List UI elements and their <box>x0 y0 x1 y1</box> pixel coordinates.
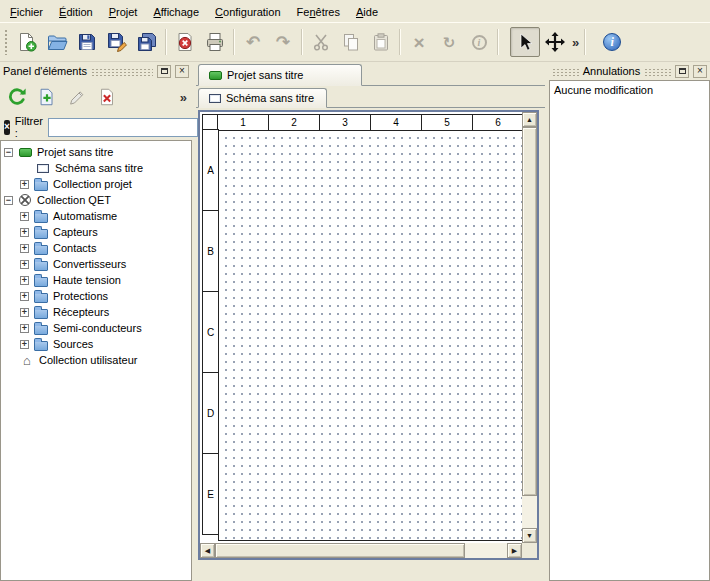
tree-item-protections[interactable]: + Protections <box>1 288 191 304</box>
save-all-button[interactable] <box>132 27 162 57</box>
menu-projet[interactable]: Projet <box>101 1 146 22</box>
delete-button[interactable]: × <box>404 27 434 57</box>
save-file-as-button[interactable] <box>102 27 132 57</box>
scroll-left-button[interactable]: ◀ <box>200 543 215 558</box>
tree-item-convertisseurs[interactable]: + Convertisseurs <box>1 256 191 272</box>
float-panel-button[interactable] <box>157 65 171 78</box>
toolbar-separator <box>233 29 235 55</box>
cut-button[interactable] <box>306 27 336 57</box>
tree-item-schema-sans-titre[interactable]: Schéma sans titre <box>1 160 191 176</box>
menu-affichage[interactable]: Affichage <box>145 1 207 22</box>
elements-panel: Panel d'éléments × <box>0 62 192 581</box>
tree-item-haute-tension[interactable]: + Haute tension <box>1 272 191 288</box>
close-panel-button[interactable]: × <box>175 65 189 78</box>
menubar: Fichier Édition Projet Affichage Configu… <box>0 0 710 22</box>
menu-edition[interactable]: Édition <box>51 1 101 22</box>
reload-collections-button[interactable] <box>3 84 30 111</box>
expand-expander-icon[interactable]: + <box>20 276 29 285</box>
expand-expander-icon[interactable]: + <box>20 244 29 253</box>
refresh-icon <box>6 86 28 108</box>
tree-item-label: Automatisme <box>53 210 117 222</box>
edit-element-button[interactable] <box>63 84 90 111</box>
save-as-icon <box>106 31 128 53</box>
vertical-scrollbar[interactable]: ▲ ▼ <box>522 112 537 543</box>
menu-fichier[interactable]: Fichier <box>2 1 51 22</box>
tree-item-sources[interactable]: + Sources <box>1 336 191 352</box>
copy-button[interactable] <box>336 27 366 57</box>
about-qet-button[interactable]: i <box>597 27 627 57</box>
tree-item-projet-sans-titre[interactable]: − Projet sans titre <box>1 144 191 160</box>
scroll-up-button[interactable]: ▲ <box>522 112 537 127</box>
column-header: 2 <box>268 114 320 131</box>
new-element-button[interactable] <box>33 84 60 111</box>
move-icon <box>544 31 566 53</box>
close-panel-button[interactable]: × <box>693 65 707 78</box>
expand-expander-icon[interactable]: + <box>20 340 29 349</box>
undo-button[interactable]: ↶ <box>238 27 268 57</box>
tree-item-collection-utilisateur[interactable]: ⌂ Collection utilisateur <box>1 352 191 368</box>
folder-icon <box>33 258 49 271</box>
diagram-canvas[interactable] <box>218 130 522 541</box>
collapse-expander-icon[interactable]: − <box>4 148 13 157</box>
float-panel-button[interactable] <box>675 65 689 78</box>
expand-expander-icon[interactable]: + <box>20 228 29 237</box>
undo-panel: Annulations × Aucune modification <box>549 62 710 581</box>
info-icon: i <box>472 35 487 50</box>
horizontal-scrollbar[interactable]: ◀ ▶ <box>200 543 522 558</box>
tab-projet-sans-titre[interactable]: Projet sans titre <box>198 64 362 86</box>
tree-item-collection-qet[interactable]: − Collection QET <box>1 192 191 208</box>
save-file-button[interactable] <box>72 27 102 57</box>
menu-configuration[interactable]: Configuration <box>207 1 288 22</box>
tab-schema-sans-titre[interactable]: Schéma sans titre <box>198 88 327 108</box>
close-file-button[interactable] <box>170 27 200 57</box>
expand-expander-icon[interactable]: + <box>20 180 29 189</box>
titlebar-grip-dots <box>644 67 671 76</box>
clear-filter-button[interactable]: × <box>4 120 10 135</box>
filter-input[interactable] <box>48 118 198 137</box>
toolbar-grip[interactable] <box>4 29 9 55</box>
column-header: 3 <box>319 114 371 131</box>
menu-fenetres[interactable]: Fenêtres <box>289 1 348 22</box>
cut-icon <box>311 32 331 52</box>
panel-toolbar-overflow-button[interactable]: » <box>178 90 189 105</box>
tree-item-label: Haute tension <box>53 274 121 286</box>
conductor-properties-button[interactable]: i <box>464 27 494 57</box>
expand-expander-icon[interactable]: + <box>20 212 29 221</box>
undo-panel-titlebar[interactable]: Annulations × <box>549 62 710 80</box>
undo-history-list[interactable]: Aucune modification <box>549 80 710 581</box>
print-button[interactable] <box>200 27 230 57</box>
main-toolbar: ↶ ↷ × ↻ i <box>0 22 710 62</box>
scroll-right-button[interactable]: ▶ <box>507 543 522 558</box>
open-file-button[interactable] <box>42 27 72 57</box>
tree-item-semi-conducteurs[interactable]: + Semi-conducteurs <box>1 320 191 336</box>
tree-item-recepteurs[interactable]: + Récepteurs <box>1 304 191 320</box>
horizontal-scroll-thumb[interactable] <box>215 543 465 558</box>
menu-aide[interactable]: Aide <box>348 1 386 22</box>
project-tabbar: Projet sans titre <box>196 62 545 86</box>
expand-expander-icon[interactable]: + <box>20 324 29 333</box>
toolbar-separator <box>399 29 401 55</box>
tree-item-contacts[interactable]: + Contacts <box>1 240 191 256</box>
row-header: E <box>202 453 219 535</box>
tree-item-automatisme[interactable]: + Automatisme <box>1 208 191 224</box>
expand-expander-icon[interactable]: + <box>20 308 29 317</box>
scroll-down-button[interactable]: ▼ <box>522 528 537 543</box>
filter-label: Filtrer : <box>15 115 43 139</box>
tree-item-capteurs[interactable]: + Capteurs <box>1 224 191 240</box>
folder-icon <box>33 306 49 319</box>
rotate-button[interactable]: ↻ <box>434 27 464 57</box>
expand-expander-icon[interactable]: + <box>20 260 29 269</box>
redo-button[interactable]: ↷ <box>268 27 298 57</box>
pan-mode-button[interactable] <box>540 27 570 57</box>
new-file-button[interactable] <box>12 27 42 57</box>
delete-element-button[interactable] <box>93 84 120 111</box>
expand-expander-icon[interactable]: + <box>20 292 29 301</box>
open-folder-icon <box>46 31 68 53</box>
tree-item-collection-projet[interactable]: + Collection projet <box>1 176 191 192</box>
toolbar-overflow-button[interactable]: » <box>570 35 581 50</box>
vertical-scroll-thumb[interactable] <box>522 127 537 496</box>
paste-button[interactable] <box>366 27 396 57</box>
elements-panel-titlebar[interactable]: Panel d'éléments × <box>0 62 192 80</box>
collapse-expander-icon[interactable]: − <box>4 196 13 205</box>
select-mode-button[interactable] <box>510 27 540 57</box>
